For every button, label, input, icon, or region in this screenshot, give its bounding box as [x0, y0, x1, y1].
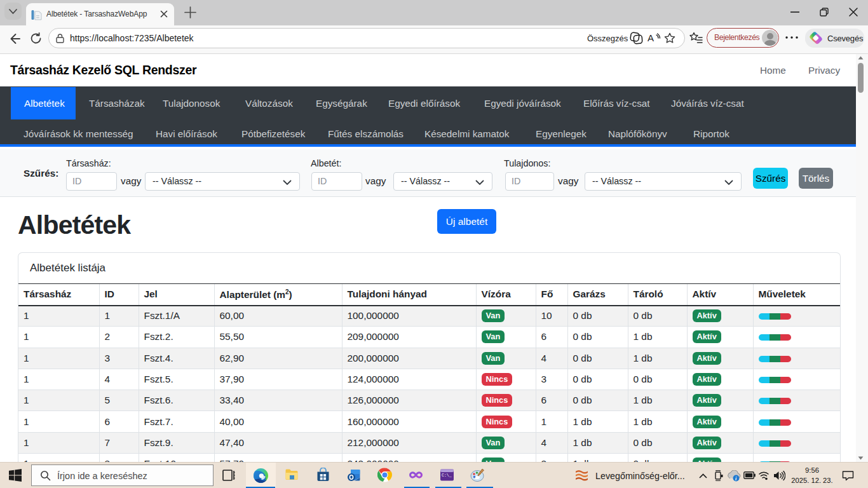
svg-text:A: A [648, 32, 654, 43]
svg-text:C:\_: C:\_ [442, 473, 452, 478]
